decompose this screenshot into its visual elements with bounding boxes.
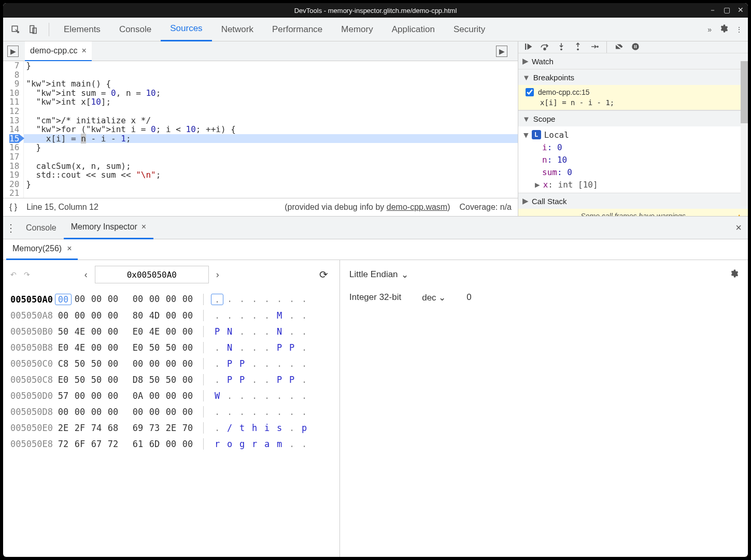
resume-icon[interactable] [523,42,533,53]
step-icon[interactable] [590,42,599,53]
scope-var-sum[interactable]: sum: 0 [523,166,743,178]
tab-application[interactable]: Application [382,18,444,41]
hex-row[interactable]: 005050D80000000000000000........ [10,404,328,420]
coverage-status: Coverage: n/a [459,203,512,212]
svg-point-9 [632,43,639,50]
svg-point-6 [577,48,579,50]
svg-rect-3 [525,44,526,50]
window-maximize-icon[interactable]: ▢ [724,6,730,15]
drawer-kebab-icon[interactable]: ⋮ [3,222,19,234]
callstack-warning: Some call frames have warnings▲ [518,209,748,216]
deactivate-breakpoints-icon[interactable] [614,42,624,53]
step-into-icon[interactable] [557,42,566,53]
main-toolbar: ElementsConsoleSourcesNetworkPerformance… [3,18,748,41]
debugger-toggle-icon[interactable]: ▶ [496,46,507,57]
inspect-element-icon[interactable] [8,22,23,37]
hex-row[interactable]: 005050C8E0505000D8505000.PP..PP. [10,371,328,387]
svg-point-4 [544,48,546,50]
tab-security[interactable]: Security [444,18,494,41]
hex-row[interactable]: 005050A800000000804D0000.....M.. [10,307,328,323]
source-file-tab[interactable]: demo-cpp.cc × [25,41,92,61]
pause-on-exceptions-icon[interactable] [631,42,640,53]
svg-point-5 [560,48,562,50]
history-forward-icon[interactable]: ↷ [24,270,30,279]
hex-view-pane: ↶ ↷ ‹ › ⟳ 005050A00000000000000000......… [3,260,340,557]
kebab-menu-icon[interactable]: ⋮ [735,25,743,34]
tab-console[interactable]: Console [110,18,161,41]
tab-performance[interactable]: Performance [263,18,332,41]
hex-row[interactable]: 005050B8E04E0000E0505000.N...PP. [10,339,328,355]
scope-var-i[interactable]: i: 0 [523,141,743,153]
endian-select[interactable]: Little Endian⌄ [349,269,408,280]
callstack-section-header[interactable]: ▶Call Stack [518,193,748,209]
hex-row[interactable]: 005050B0504E0000E04E0000PN...N.. [10,323,328,339]
prev-page-icon[interactable]: ‹ [84,269,88,280]
close-file-tab-icon[interactable]: × [82,46,87,55]
device-toolbar-icon[interactable] [26,22,40,37]
settings-gear-icon[interactable] [719,24,728,35]
cursor-position: Line 15, Column 12 [26,203,98,212]
next-page-icon[interactable]: › [216,269,219,280]
close-memory-tab-icon[interactable]: × [67,244,72,253]
scope-section-header[interactable]: ▼Scope [518,111,748,126]
scope-var-x[interactable]: ▶x: int [10] [523,178,743,191]
scope-local[interactable]: ▼LLocal [523,128,743,141]
tab-sources[interactable]: Sources [161,18,211,41]
close-drawer-tab-icon[interactable]: × [141,222,146,232]
value-inspector-pane: Little Endian⌄ Integer 32-bit dec ⌄ 0 [340,260,748,557]
drawer-panel-tabs: ⋮ ConsoleMemory Inspector× × [3,217,748,239]
hex-row[interactable]: 005050E02E2F746869732E70./this.p [10,420,328,436]
file-tab-label: demo-cpp.cc [30,46,78,55]
window-titlebar: DevTools - memory-inspector.glitch.me/de… [3,3,748,18]
window-minimize-icon[interactable]: － [709,6,716,15]
step-out-icon[interactable] [573,42,583,53]
inspector-value: 0 [466,292,471,303]
drawer-tab-console[interactable]: Console [19,217,64,239]
svg-rect-10 [634,45,635,48]
scope-var-n[interactable]: n: 10 [523,153,743,166]
svg-point-7 [597,46,599,48]
inspector-type-label: Integer 32-bit [349,292,401,303]
memory-tab[interactable]: Memory(256)× [6,239,78,260]
window-title: DevTools - memory-inspector.glitch.me/de… [294,7,457,15]
hex-row[interactable]: 005050A00000000000000000........ [10,291,328,307]
sources-panel: ▶ demo-cpp.cc × ▶ 7891011121314151617181… [3,41,518,216]
address-input[interactable] [95,266,209,283]
close-drawer-icon[interactable]: × [735,222,742,234]
history-back-icon[interactable]: ↶ [10,270,17,279]
inspector-format-select[interactable]: dec ⌄ [422,292,446,303]
tab-network[interactable]: Network [212,18,263,41]
more-tabs-icon[interactable]: » [707,25,712,34]
navigator-toggle-icon[interactable]: ▶ [7,46,19,57]
inspector-settings-gear-icon[interactable] [729,269,739,281]
tab-elements[interactable]: Elements [54,18,110,41]
hex-row[interactable]: 005050E8726F6772616D0000rogram.. [10,436,328,452]
svg-rect-1 [30,25,34,33]
breakpoint-item[interactable]: demo-cpp.cc:15 x[i] = n - i - 1; [518,85,748,110]
refresh-icon[interactable]: ⟳ [319,268,328,281]
hex-row[interactable]: 005050D0570000000A000000W....... [10,387,328,404]
pretty-print-icon[interactable]: { } [9,203,17,212]
hex-row[interactable]: 005050C0C850500000000000.PP..... [10,355,328,371]
svg-rect-11 [636,45,637,48]
drawer-tab-memory-inspector[interactable]: Memory Inspector× [64,217,153,239]
breakpoint-code: x[i] = n - i - 1; [540,98,741,107]
source-map-link[interactable]: demo-cpp.wasm [387,203,447,211]
debugger-sidebar: ▶Watch ▼Breakpoints demo-cpp.cc:15 x[i] … [518,41,748,216]
source-statusbar: { } Line 15, Column 12 (provided via deb… [3,198,518,216]
watch-section-header[interactable]: ▶Watch [518,53,748,69]
breakpoint-checkbox[interactable] [526,88,534,96]
window-close-icon[interactable]: ✕ [738,6,744,15]
tab-memory[interactable]: Memory [332,18,382,41]
breakpoints-section-header[interactable]: ▼Breakpoints [518,69,748,85]
step-over-icon[interactable] [540,42,549,53]
